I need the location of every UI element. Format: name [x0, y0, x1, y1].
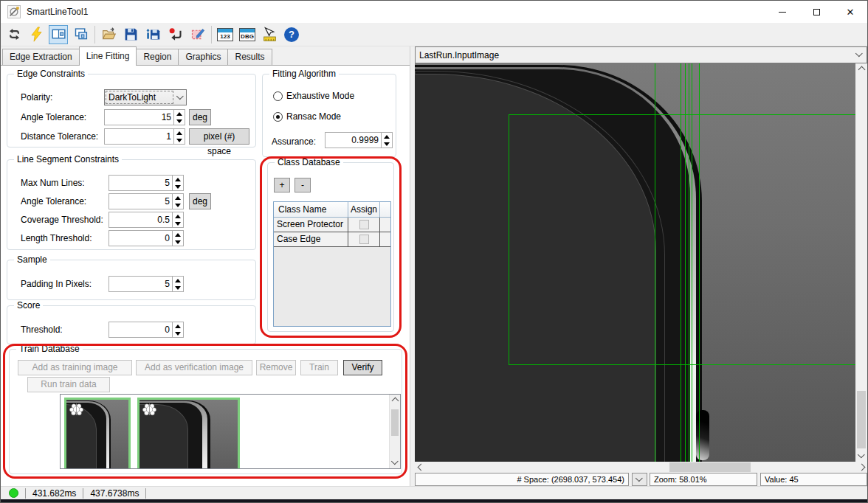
angle-tolerance-input[interactable]: 15 — [104, 109, 185, 125]
scrollbar-thumb[interactable] — [669, 462, 751, 472]
run-train-data-button[interactable]: Run train data — [27, 377, 110, 392]
numeric-results-icon[interactable]: 123 — [216, 25, 235, 44]
line-fitting-panel: Edge Constraints Polarity: DarkToLight A… — [1, 66, 410, 486]
length-threshold-input[interactable]: 0 — [108, 230, 184, 246]
measure-icon[interactable] — [260, 25, 279, 44]
spinner-buttons[interactable] — [173, 110, 185, 125]
close-button[interactable]: ✕ — [833, 1, 867, 23]
spinner-buttons[interactable] — [172, 212, 183, 227]
remove-class-button[interactable]: - — [294, 178, 311, 192]
debug-icon[interactable]: DBG — [238, 25, 257, 44]
verify-button[interactable]: Verify — [343, 360, 382, 375]
image-vertical-scrollbar[interactable] — [855, 63, 867, 462]
padding-input[interactable]: 5 — [108, 276, 184, 292]
display-source-select[interactable]: LastRun.InputImage — [415, 46, 867, 63]
scroll-left-icon[interactable] — [415, 462, 427, 473]
add-training-image-button[interactable]: Add as training image — [18, 360, 132, 375]
tab-graphics[interactable]: Graphics — [178, 49, 228, 65]
train-thumbnail[interactable] — [137, 398, 240, 469]
image-horizontal-scrollbar[interactable] — [415, 462, 867, 473]
exhaustive-mode-radio[interactable]: Exhaustive Mode — [273, 91, 354, 101]
table-row[interactable]: Case Edge — [274, 232, 390, 247]
maximize-button[interactable] — [799, 1, 833, 23]
fitting-algorithm-group: Fitting Algorithm Exhaustive Mode Ransac… — [262, 74, 396, 157]
radio-icon — [273, 91, 283, 101]
overlay-region-left-edge — [509, 114, 509, 365]
segment-angle-unit-button[interactable]: deg — [189, 193, 211, 209]
scroll-down-icon[interactable] — [390, 457, 400, 468]
spinner-buttons[interactable] — [172, 277, 183, 291]
spinner-buttons[interactable] — [172, 194, 183, 209]
train-database-group: Train Database Add as training image Add… — [9, 349, 402, 474]
input-image-view[interactable] — [415, 63, 855, 462]
tab-line-fitting[interactable]: Line Fitting — [79, 46, 137, 66]
app-window: SmartLineTool1 ✕ — [0, 0, 868, 503]
space-select-button[interactable] — [632, 473, 647, 486]
run-status-icon — [9, 488, 18, 498]
pin-editor-icon[interactable] — [49, 25, 68, 44]
group-title: Line Segment Constraints — [14, 154, 122, 164]
assign-checkbox[interactable] — [359, 235, 369, 244]
run-once-icon[interactable] — [27, 25, 46, 44]
open-file-icon[interactable] — [99, 25, 118, 44]
status-bar: 431.682ms 437.6738ms — [1, 486, 867, 499]
overlay-horizontal-line — [509, 364, 855, 365]
ransac-mode-radio[interactable]: Ransac Mode — [273, 111, 341, 122]
tab-region[interactable]: Region — [136, 49, 179, 65]
trained-brain-icon — [142, 402, 157, 417]
minimize-icon — [779, 12, 786, 13]
scroll-right-icon[interactable] — [855, 462, 867, 473]
add-verification-image-button[interactable]: Add as verification image — [136, 360, 252, 375]
save-results-icon[interactable] — [143, 25, 162, 44]
angle-unit-button[interactable]: deg — [189, 109, 211, 125]
class-table: Class Name Assign Screen Protector Case … — [273, 201, 391, 327]
add-class-button[interactable]: + — [274, 178, 290, 192]
title-bar: SmartLineTool1 ✕ — [1, 1, 867, 23]
tab-edge-extraction[interactable]: Edge Extraction — [2, 49, 80, 65]
run-loop-icon[interactable] — [4, 25, 24, 44]
spinner-buttons[interactable] — [172, 176, 183, 190]
spinner-buttons[interactable] — [381, 133, 392, 148]
tab-results[interactable]: Results — [227, 49, 272, 65]
column-assign: Assign — [348, 202, 380, 217]
scroll-up-icon[interactable] — [390, 395, 400, 406]
distance-tolerance-label: Distance Tolerance: — [21, 128, 98, 145]
assurance-input[interactable]: 0.9999 — [325, 132, 393, 148]
remove-button[interactable]: Remove — [256, 360, 296, 375]
scroll-up-icon[interactable] — [855, 63, 867, 75]
scroll-down-icon[interactable] — [855, 450, 867, 462]
coverage-threshold-input[interactable]: 0.5 — [108, 212, 184, 228]
record-rerun-icon[interactable] — [165, 25, 185, 44]
group-title: Fitting Algorithm — [269, 69, 339, 79]
max-num-lines-input[interactable]: 5 — [108, 175, 184, 191]
polarity-select[interactable]: DarkToLight — [104, 89, 187, 105]
score-threshold-input[interactable]: 0 — [108, 322, 184, 338]
assign-checkbox[interactable] — [359, 220, 369, 229]
image-display-pane: LastRun.InputImage — [415, 46, 867, 486]
table-row[interactable]: Screen Protector — [274, 218, 390, 232]
total-time: 437.6738ms — [90, 488, 139, 499]
spinner-buttons[interactable] — [172, 231, 183, 246]
zoom-readout: Zoom: 58.01% — [650, 473, 757, 486]
minimize-button[interactable] — [765, 1, 799, 23]
train-thumbnail[interactable] — [64, 398, 131, 469]
edit-region-icon[interactable] — [187, 25, 207, 44]
tab-bar: Edge Extraction Line Fitting Region Grap… — [1, 46, 410, 66]
save-icon[interactable] — [121, 25, 140, 44]
float-window-icon[interactable] — [71, 25, 90, 44]
distance-unit-button[interactable]: pixel (#) space — [189, 128, 249, 145]
scrollbar-thumb[interactable] — [857, 391, 866, 448]
overlay-vertical-line — [699, 63, 700, 462]
toolbar-separator — [94, 26, 95, 44]
group-title: Class Database — [275, 157, 343, 167]
list-scrollbar[interactable] — [389, 395, 400, 468]
padding-label: Padding In Pixels: — [21, 276, 92, 292]
help-icon[interactable]: ? — [282, 25, 301, 44]
scrollbar-thumb[interactable] — [391, 409, 399, 436]
spinner-buttons[interactable] — [172, 322, 183, 337]
train-button[interactable]: Train — [300, 360, 338, 375]
spinner-buttons[interactable] — [173, 129, 185, 144]
segment-angle-tolerance-input[interactable]: 5 — [108, 193, 184, 209]
status-separator — [25, 488, 26, 499]
distance-tolerance-input[interactable]: 1 — [104, 128, 185, 145]
